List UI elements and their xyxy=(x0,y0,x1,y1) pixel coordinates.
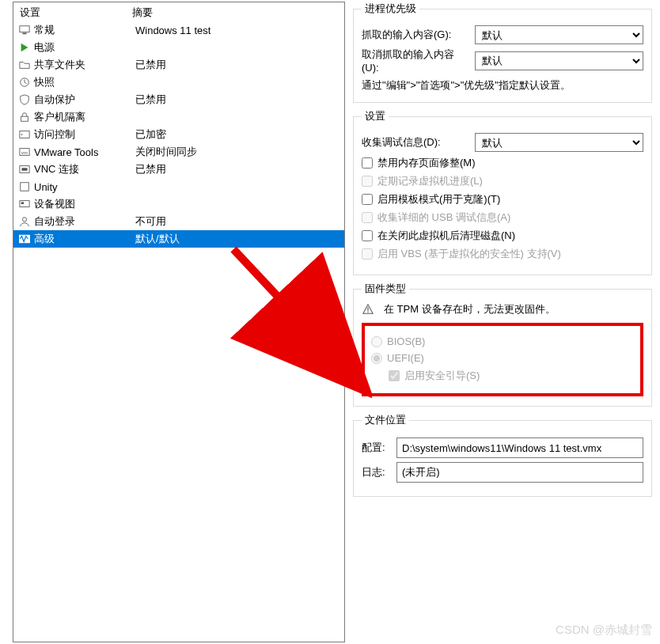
settings-row-wave[interactable]: 高级默认/默认 xyxy=(13,230,344,248)
row-label: 电源 xyxy=(34,40,135,55)
svg-rect-16 xyxy=(367,312,368,313)
bios-radio xyxy=(371,336,382,347)
settings-legend: 设置 xyxy=(362,109,389,123)
svg-rect-15 xyxy=(367,307,368,310)
row-value: 已禁用 xyxy=(135,93,344,107)
svg-rect-1 xyxy=(22,33,26,35)
file-location-legend: 文件位置 xyxy=(362,413,409,427)
svg-point-13 xyxy=(22,218,26,222)
config-path-input[interactable] xyxy=(396,438,643,458)
settings-row-device[interactable]: 设备视图 xyxy=(13,195,344,213)
row-label: 高级 xyxy=(34,232,135,246)
row-label: 共享文件夹 xyxy=(34,58,135,72)
unity-icon xyxy=(18,180,31,193)
watermark-text: CSDN @赤城封雪 xyxy=(556,623,652,638)
config-path-label: 配置: xyxy=(362,441,392,455)
settings-row-user[interactable]: 自动登录不可用 xyxy=(13,213,344,230)
uefi-radio xyxy=(371,353,382,364)
play-icon xyxy=(18,41,31,54)
row-value: 关闭时间同步 xyxy=(135,145,344,159)
row-value: Windows 11 test xyxy=(135,25,344,36)
disable-mem-trim-label: 禁用内存页面修整(M) xyxy=(377,156,476,170)
firmware-type-group: 固件类型 在 TPM 设备存在时，无法更改固件。 BIOS(B) UEFI(E)… xyxy=(353,282,652,407)
warning-icon xyxy=(362,303,374,316)
row-value: 已禁用 xyxy=(135,162,344,176)
header-settings: 设置 xyxy=(13,6,132,20)
grab-input-select[interactable]: 默认 xyxy=(475,25,643,44)
template-mode-checkbox[interactable] xyxy=(362,194,373,205)
clock-icon xyxy=(18,76,31,89)
firmware-legend: 固件类型 xyxy=(362,282,409,296)
secure-boot-label: 启用安全引导(S) xyxy=(404,369,480,383)
vbs-checkbox xyxy=(362,248,373,259)
svg-rect-12 xyxy=(21,202,25,204)
svg-rect-3 xyxy=(21,116,28,121)
log-progress-checkbox xyxy=(362,176,373,187)
row-label: VMware Tools xyxy=(34,146,135,158)
settings-row-key[interactable]: 访问控制已加密 xyxy=(13,126,344,143)
row-label: 客户机隔离 xyxy=(34,110,135,124)
bios-label: BIOS(B) xyxy=(387,335,425,347)
row-label: 自动保护 xyxy=(34,93,135,107)
settings-row-folder[interactable]: 共享文件夹已禁用 xyxy=(13,56,344,74)
ungrab-input-label: 取消抓取的输入内容(U): xyxy=(362,47,468,74)
row-label: 常规 xyxy=(34,23,135,37)
user-icon xyxy=(18,215,31,228)
row-label: 设备视图 xyxy=(34,197,135,211)
debug-info-select[interactable]: 默认 xyxy=(475,133,643,152)
settings-list-panel: 设置 摘要 常规Windows 11 test电源共享文件夹已禁用快照自动保护已… xyxy=(13,2,345,642)
row-value: 已加密 xyxy=(135,127,344,142)
process-priority-group: 进程优先级 抓取的输入内容(G): 默认 取消抓取的输入内容(U): 默认 通过… xyxy=(353,2,652,103)
settings-row-vnc[interactable]: VNC 连接已禁用 xyxy=(13,161,344,178)
log-path-input[interactable] xyxy=(396,462,643,483)
usb-debug-checkbox xyxy=(362,212,373,223)
lock-icon xyxy=(18,111,31,123)
key-icon xyxy=(18,128,31,141)
vnc-icon xyxy=(18,163,31,176)
svg-point-5 xyxy=(21,134,23,135)
priority-hint: 通过"编辑">"首选项">"优先级"指定默认设置。 xyxy=(362,78,643,93)
secure-boot-checkbox xyxy=(389,370,400,381)
settings-row-clock[interactable]: 快照 xyxy=(13,74,344,91)
clean-disk-checkbox[interactable] xyxy=(362,230,373,241)
settings-row-monitor[interactable]: 常规Windows 11 test xyxy=(13,21,344,39)
uefi-label: UEFI(E) xyxy=(387,352,424,364)
settings-row-vm[interactable]: vmVMware Tools关闭时间同步 xyxy=(13,143,344,161)
settings-group: 设置 收集调试信息(D): 默认 禁用内存页面修整(M) 定期记录虚拟机进度(L… xyxy=(353,109,652,275)
header-summary: 摘要 xyxy=(132,6,344,20)
firmware-warning-text: 在 TPM 设备存在时，无法更改固件。 xyxy=(384,302,556,316)
svg-text:vm: vm xyxy=(21,150,28,155)
device-icon xyxy=(18,198,31,210)
clean-disk-label: 在关闭此虚拟机后清理磁盘(N) xyxy=(377,229,515,243)
file-location-group: 文件位置 配置: 日志: xyxy=(353,413,652,497)
row-label: 自动登录 xyxy=(34,214,135,229)
settings-row-lock[interactable]: 客户机隔离 xyxy=(13,108,344,126)
shield-icon xyxy=(18,93,31,106)
log-progress-label: 定期记录虚拟机进度(L) xyxy=(377,174,483,188)
debug-info-label: 收集调试信息(D): xyxy=(362,135,468,150)
log-path-label: 日志: xyxy=(362,465,392,479)
wave-icon xyxy=(18,233,31,245)
grab-input-label: 抓取的输入内容(G): xyxy=(362,28,468,42)
row-value: 不可用 xyxy=(135,214,344,229)
svg-rect-0 xyxy=(20,26,29,32)
row-label: 访问控制 xyxy=(34,127,135,142)
settings-row-play[interactable]: 电源 xyxy=(13,39,344,56)
svg-rect-10 xyxy=(21,183,29,191)
monitor-icon xyxy=(18,24,31,36)
right-panel: 进程优先级 抓取的输入内容(G): 默认 取消抓取的输入内容(U): 默认 通过… xyxy=(345,0,660,644)
usb-debug-label: 收集详细的 USB 调试信息(A) xyxy=(377,210,510,225)
vm-icon: vm xyxy=(18,146,31,158)
folder-icon xyxy=(18,59,31,71)
settings-row-unity[interactable]: Unity xyxy=(13,178,344,195)
settings-row-shield[interactable]: 自动保护已禁用 xyxy=(13,91,344,108)
row-label: VNC 连接 xyxy=(34,162,135,176)
disable-mem-trim-checkbox[interactable] xyxy=(362,157,373,169)
row-value: 默认/默认 xyxy=(135,232,344,246)
process-priority-legend: 进程优先级 xyxy=(362,2,419,16)
ungrab-input-select[interactable]: 默认 xyxy=(475,51,643,70)
row-label: Unity xyxy=(34,181,135,193)
template-mode-label: 启用模板模式(用于克隆)(T) xyxy=(377,192,500,206)
row-label: 快照 xyxy=(34,75,135,89)
svg-rect-9 xyxy=(22,168,28,171)
